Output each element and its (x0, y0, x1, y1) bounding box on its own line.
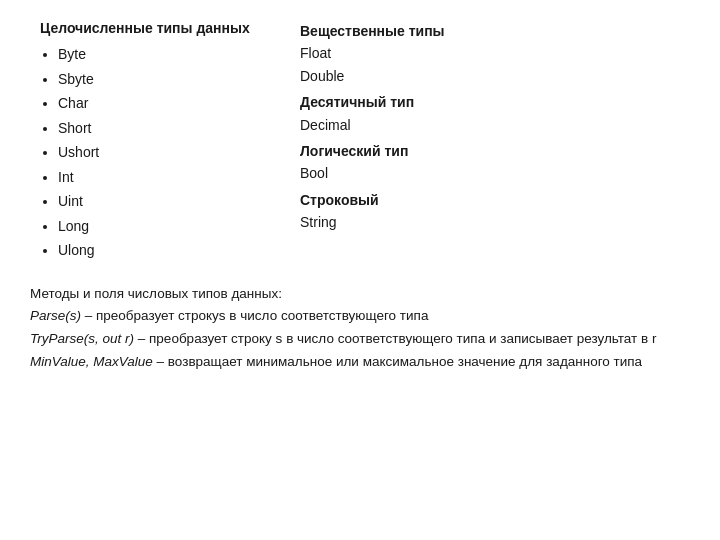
minmax-desc: – возвращает минимальное или максимально… (157, 354, 643, 369)
left-column: Целочисленные типы данных Byte Sbyte Cha… (30, 20, 290, 263)
double-item: Double (300, 65, 690, 87)
parse-desc: – преобразует строкуs в число соответств… (85, 308, 429, 323)
parse-entry: Parse(s) – преобразует строкуs в число с… (30, 306, 690, 327)
decimal-title: Десятичный тип (300, 91, 690, 113)
top-section: Целочисленные типы данных Byte Sbyte Cha… (30, 20, 690, 263)
string-title: Строковый (300, 189, 690, 211)
minmax-entry: MinValue, MaxValue – возвращает минималь… (30, 352, 690, 373)
list-item: Char (58, 91, 290, 116)
list-item: Int (58, 165, 290, 190)
page-content: Целочисленные типы данных Byte Sbyte Cha… (0, 0, 720, 393)
decimal-section: Десятичный тип Decimal (300, 91, 690, 136)
list-item: Ulong (58, 238, 290, 263)
tryparse-name: TryParse(s (30, 331, 95, 346)
list-item: Ushort (58, 140, 290, 165)
tryparse-desc: – преобразует строку s в число соответст… (138, 331, 657, 346)
bool-title: Логический тип (300, 140, 690, 162)
list-item: Sbyte (58, 67, 290, 92)
string-item: String (300, 211, 690, 233)
real-types-section: Вещественные типы Float Double (300, 20, 690, 87)
integer-list: Byte Sbyte Char Short Ushort Int Uint Lo… (30, 42, 290, 263)
decimal-item: Decimal (300, 114, 690, 136)
real-types-title: Вещественные типы (300, 20, 690, 42)
list-item: Byte (58, 42, 290, 67)
bool-item: Bool (300, 162, 690, 184)
parse-name: Parse(s) (30, 308, 81, 323)
integer-section-title: Целочисленные типы данных (30, 20, 290, 36)
float-item: Float (300, 42, 690, 64)
right-column: Вещественные типы Float Double Десятичны… (290, 20, 690, 238)
list-item: Short (58, 116, 290, 141)
minmax-name: MinValue, MaxValue (30, 354, 153, 369)
string-section: Строковый String (300, 189, 690, 234)
bool-section: Логический тип Bool (300, 140, 690, 185)
list-item: Long (58, 214, 290, 239)
tryparse-name-cont: , out r) (95, 331, 134, 346)
list-item: Uint (58, 189, 290, 214)
tryparse-entry: TryParse(s, out r) – преобразует строку … (30, 329, 690, 350)
methods-section: Методы и поля числовых типов данных: Par… (30, 283, 690, 373)
methods-title: Методы и поля числовых типов данных: (30, 283, 690, 305)
